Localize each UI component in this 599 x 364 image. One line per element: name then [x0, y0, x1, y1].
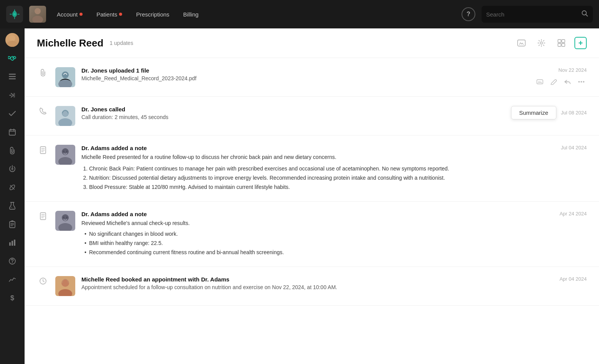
nav-patients-label: Patients [96, 11, 117, 18]
feed-item-call: Dr. Jones called Call duration: 2 minute… [25, 97, 599, 136]
svg-rect-17 [14, 240, 15, 246]
sidebar-item-billing[interactable]: $ [4, 290, 21, 306]
michelle-reed-avatar [55, 276, 75, 296]
feed-item-date: Jul 04 2024 [561, 145, 587, 151]
svg-rect-23 [562, 40, 565, 43]
svg-point-42 [63, 151, 65, 152]
list-item: Chronic Back Pain: Patient continues to … [89, 164, 587, 174]
svg-point-31 [578, 81, 580, 83]
svg-point-37 [62, 110, 68, 116]
feed-item-title: Michelle Reed booked an appointment with… [81, 276, 587, 283]
feed-note-intro: Reviewed Michelle's annual check-up resu… [81, 219, 587, 227]
doctor-adams-avatar-1 [55, 145, 75, 165]
reply-action-icon[interactable] [562, 76, 573, 87]
feed-note-list: Chronic Back Pain: Patient continues to … [81, 164, 587, 192]
sidebar-item-medical[interactable] [4, 160, 21, 177]
svg-point-33 [583, 81, 584, 83]
list-item: BMI within healthy range: 22.5. [84, 239, 587, 248]
phone-icon [37, 106, 49, 114]
sidebar-item-chart[interactable] [4, 234, 21, 251]
main-layout: $ Michelle Reed 1 updates [0, 28, 599, 364]
edit-action-icon[interactable] [548, 76, 559, 87]
svg-rect-9 [13, 93, 15, 98]
feed-item-appointment: Michelle Reed booked an appointment with… [25, 267, 599, 306]
page-title: Michelle Reed [37, 37, 103, 49]
ai-button[interactable] [515, 36, 528, 50]
patients-notification-dot [119, 13, 122, 16]
sidebar-item-paperclip[interactable] [4, 142, 21, 159]
svg-rect-15 [9, 242, 11, 246]
sidebar-item-analytics[interactable] [4, 271, 21, 288]
sidebar-item-clipboard[interactable] [4, 216, 21, 233]
add-button[interactable]: + [574, 37, 587, 49]
nav-links: Account Patients Prescriptions Billing [51, 8, 253, 21]
nav-billing-label: Billing [183, 11, 199, 18]
page-header: Michelle Reed 1 updates [25, 28, 599, 58]
sidebar-item-question[interactable] [4, 253, 21, 270]
sidebar-item-forward[interactable] [4, 87, 21, 104]
feed-item-note-bullets: Dr. Adams added a note Reviewed Michelle… [25, 202, 599, 267]
nav-account[interactable]: Account [51, 8, 89, 21]
nav-account-label: Account [57, 11, 78, 18]
svg-rect-16 [12, 241, 13, 246]
svg-point-5 [7, 41, 18, 47]
svg-point-32 [581, 81, 582, 83]
doctor-jones-avatar-2 [55, 106, 75, 126]
sidebar-item-pill[interactable] [4, 179, 21, 196]
grid-view-button[interactable] [554, 36, 568, 50]
nav-prescriptions[interactable]: Prescriptions [130, 8, 175, 21]
feed-item-actions [534, 76, 587, 87]
svg-rect-8 [9, 78, 16, 79]
settings-button[interactable] [534, 36, 548, 50]
search-input[interactable] [486, 11, 578, 18]
sidebar-item-list[interactable] [4, 68, 21, 85]
sidebar-item-calendar[interactable] [4, 124, 21, 141]
svg-point-4 [9, 35, 15, 41]
feed-item-subtitle: Michelle_Reed_Medical_Record_2023-2024.p… [81, 75, 587, 81]
top-navigation: Account Patients Prescriptions Billing ? [0, 0, 599, 28]
sidebar-item-check[interactable] [4, 105, 21, 122]
svg-point-48 [63, 217, 65, 218]
svg-point-49 [66, 217, 68, 218]
ai-action-icon[interactable] [534, 76, 545, 87]
nav-prescriptions-label: Prescriptions [136, 11, 169, 18]
feed-item-date: Jul 08 2024 [561, 110, 587, 116]
nav-billing[interactable]: Billing [177, 8, 205, 21]
svg-point-27 [62, 71, 69, 78]
paperclip-icon [37, 67, 49, 76]
feed-item-date: Nov 22 2024 [558, 67, 587, 73]
list-item: Blood Pressure: Stable at 120/80 mmHg. A… [89, 183, 587, 192]
list-item: Nutrition: Discussed potential dietary a… [89, 174, 587, 183]
help-button[interactable]: ? [462, 7, 475, 21]
svg-rect-10 [9, 130, 15, 135]
note-icon [37, 145, 49, 154]
sidebar-avatar[interactable] [5, 33, 19, 47]
app-logo[interactable] [6, 6, 23, 23]
feed-item-body: Dr. Adams added a note Michelle Reed pre… [81, 145, 587, 192]
svg-rect-6 [9, 74, 16, 75]
feed-item-title: Dr. Adams added a note [81, 145, 587, 151]
more-action-icon[interactable] [576, 76, 587, 87]
search-icon [581, 10, 588, 18]
svg-rect-7 [9, 76, 16, 77]
feed-bullet-list: No significant changes in blood work. BM… [81, 230, 587, 257]
nav-patients[interactable]: Patients [90, 8, 128, 21]
feed-item-body: Michelle Reed booked an appointment with… [81, 276, 587, 290]
sidebar-item-infinity[interactable] [4, 50, 21, 67]
svg-point-12 [11, 207, 12, 208]
feed-item-title: Dr. Adams added a note [81, 211, 587, 217]
user-avatar[interactable] [29, 6, 46, 23]
page-updates: 1 updates [109, 40, 133, 46]
doctor-adams-avatar-2 [55, 211, 75, 231]
feed-item-body: Dr. Jones uploaded 1 file Michelle_Reed_… [81, 67, 587, 81]
doctor-jones-avatar-1 [55, 67, 75, 87]
feed-note-intro: Michelle Reed presented for a routine fo… [81, 153, 587, 161]
svg-point-0 [13, 13, 16, 15]
summarize-button[interactable]: Summarize [511, 106, 556, 119]
sidebar-item-flask[interactable] [4, 197, 21, 214]
page-header-actions: + [515, 36, 587, 50]
feed-item-note-detailed: Dr. Adams added a note Michelle Reed pre… [25, 136, 599, 202]
svg-point-52 [61, 279, 69, 287]
feed-item-title: Dr. Jones uploaded 1 file [81, 67, 587, 74]
activity-feed: Dr. Jones uploaded 1 file Michelle_Reed_… [25, 58, 599, 364]
